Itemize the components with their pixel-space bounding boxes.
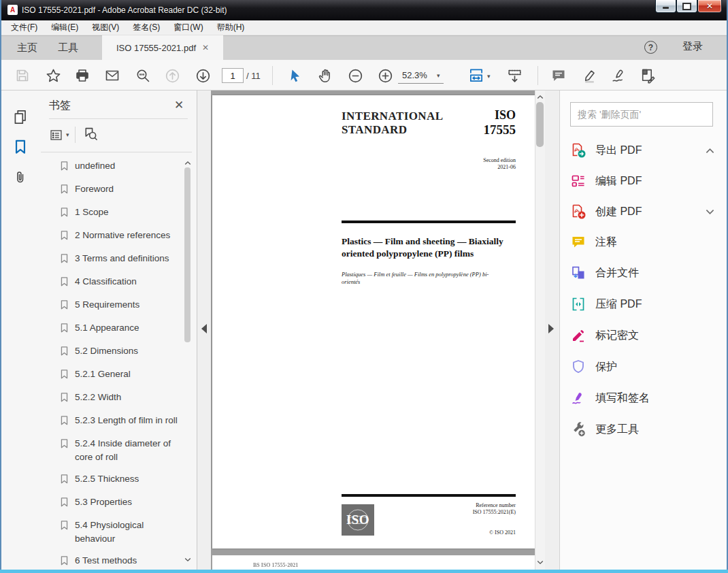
bookmark-item[interactable]: 5.2.4 Inside diameter of core of roll xyxy=(60,437,184,464)
search-icon xyxy=(135,67,151,84)
fit-width-button[interactable] xyxy=(467,66,486,85)
zoom-in-button[interactable] xyxy=(376,66,395,85)
tool-comment[interactable]: 注释 xyxy=(570,230,714,255)
bookmark-item[interactable]: Foreword xyxy=(60,182,184,197)
tab-tools[interactable]: 工具 xyxy=(50,35,86,60)
bookmark-item[interactable]: 3 Terms and definitions xyxy=(60,252,184,267)
bookmark-item[interactable]: 6 Test methods xyxy=(60,554,184,569)
page-display-button[interactable] xyxy=(505,66,524,85)
bookmark-item[interactable]: 5.2.2 Width xyxy=(60,391,184,406)
page-number-input[interactable] xyxy=(222,68,244,83)
minimize-button[interactable] xyxy=(655,0,676,13)
bookmark-item[interactable]: 5.2.5 Thickness xyxy=(60,472,184,487)
menu-edit[interactable]: 编辑(E) xyxy=(44,20,85,35)
attachments-button[interactable] xyxy=(11,168,30,187)
bookmark-item[interactable]: 1 Scope xyxy=(60,206,184,220)
bookmark-item[interactable]: 5.2.1 General xyxy=(60,367,184,382)
bookmarks-close-button[interactable]: ✕ xyxy=(171,97,186,112)
bookmark-item[interactable]: 5.2.3 Length of film in roll xyxy=(60,414,184,429)
bookmark-item[interactable]: 5.1 Appearance xyxy=(60,321,184,336)
bookmark-item[interactable]: 5.4 Physiological behaviour xyxy=(60,519,184,546)
hand-tool-button[interactable] xyxy=(316,66,335,85)
bookmarks-scroll-down-icon[interactable] xyxy=(183,555,193,563)
doc-standard-number: 17555 xyxy=(484,122,516,137)
login-button[interactable]: 登录 xyxy=(682,40,703,53)
pdf-page-2[interactable]: BS ISO 17555-2021 xyxy=(212,555,535,570)
bookmark-item[interactable]: 2 Normative references xyxy=(60,229,184,244)
star-icon xyxy=(45,67,62,84)
chevron-up-icon[interactable] xyxy=(706,148,714,154)
zoom-level-dropdown[interactable]: 52.3% ▾ xyxy=(398,67,444,84)
pdf-page-1[interactable]: INTERNATIONAL STANDARD ISO 17555 Second … xyxy=(212,95,535,549)
tool-more-tools[interactable]: 更多工具 xyxy=(570,417,714,442)
next-page-button[interactable] xyxy=(193,66,212,85)
attachments-icon xyxy=(12,169,29,186)
save-button[interactable] xyxy=(13,66,32,85)
bookmark-search-button[interactable] xyxy=(82,126,99,144)
stamp-edit-tool-button[interactable] xyxy=(638,66,657,85)
bookmark-icon xyxy=(60,252,69,267)
tool-export-pdf[interactable]: 导出 PDF xyxy=(570,138,714,163)
comment-tool-button[interactable] xyxy=(549,66,568,85)
bookmarks-panel-button[interactable] xyxy=(11,137,30,157)
tab-close-icon[interactable]: ✕ xyxy=(202,43,209,52)
collapse-left-panel-button[interactable] xyxy=(201,324,207,333)
email-button[interactable] xyxy=(103,66,122,85)
chevron-down-icon[interactable] xyxy=(706,209,714,215)
bookmarks-options-button[interactable]: ▾ xyxy=(49,127,72,143)
menu-file[interactable]: 文件(F) xyxy=(4,20,44,35)
tab-document[interactable]: ISO 17555-2021.pdf ✕ xyxy=(102,35,223,60)
tab-document-label: ISO 17555-2021.pdf xyxy=(116,43,196,53)
document-scroll-up-icon[interactable] xyxy=(535,93,545,101)
tool-redact[interactable]: 标记密文 xyxy=(570,323,714,348)
bookmark-item[interactable]: undefined xyxy=(60,159,184,174)
compress-pdf-icon xyxy=(570,296,586,312)
tool-combine-files[interactable]: 合并文件 xyxy=(570,261,714,285)
help-button[interactable]: ? xyxy=(644,41,657,54)
tool-edit-pdf[interactable]: 编辑 PDF xyxy=(570,169,714,193)
print-button[interactable] xyxy=(73,66,92,85)
bookmarks-scroll-up-icon[interactable] xyxy=(183,159,193,167)
zoom-out-button[interactable] xyxy=(346,66,365,85)
tool-compress-pdf[interactable]: 压缩 PDF xyxy=(570,292,714,316)
fit-width-icon xyxy=(467,67,485,84)
close-button[interactable]: ✕ xyxy=(697,0,722,13)
document-scroll-down-icon[interactable] xyxy=(535,558,545,566)
select-tool-button[interactable] xyxy=(286,66,305,85)
highlight-tool-button[interactable] xyxy=(580,66,599,85)
document-scrollbar-thumb[interactable] xyxy=(536,102,544,147)
bookmark-item[interactable]: 5 Requirements xyxy=(60,298,184,313)
menu-window[interactable]: 窗口(W) xyxy=(167,20,210,35)
combine-files-icon xyxy=(570,265,586,281)
fill-sign-tool-button[interactable] xyxy=(609,66,628,85)
bookmark-icon xyxy=(60,275,69,290)
menu-sign[interactable]: 签名(S) xyxy=(126,20,167,35)
page-down-icon xyxy=(195,67,212,84)
tab-home[interactable]: 主页 xyxy=(10,35,45,60)
bookmarks-scrollbar[interactable] xyxy=(184,167,191,342)
tools-search-input[interactable] xyxy=(570,102,713,127)
iso-logo-text: ISO xyxy=(346,512,369,527)
left-rail xyxy=(1,91,41,570)
page-display-icon xyxy=(506,67,523,84)
tool-create-pdf[interactable]: 创建 PDF xyxy=(570,199,714,224)
menu-help[interactable]: 帮助(H) xyxy=(210,20,252,35)
doc-title-fr: Plastiques — Film et feuille — Films en … xyxy=(342,271,501,285)
export-pdf-icon xyxy=(570,142,586,159)
tool-fill-sign[interactable]: 填写和签名 xyxy=(570,386,714,410)
star-button[interactable] xyxy=(44,66,63,85)
chevron-down-icon[interactable]: ▾ xyxy=(487,73,491,80)
maximize-button[interactable] xyxy=(676,0,697,13)
bookmark-icon xyxy=(60,391,69,406)
menu-view[interactable]: 视图(V) xyxy=(85,20,126,35)
bookmark-item[interactable]: 5.2 Dimensions xyxy=(60,344,184,359)
expand-right-panel-button[interactable] xyxy=(548,324,554,333)
bookmark-item[interactable]: 5.3 Properties xyxy=(60,495,184,510)
page-thumbnails-icon xyxy=(12,108,29,126)
find-button[interactable] xyxy=(133,66,152,85)
tool-protect[interactable]: 保护 xyxy=(570,355,714,379)
document-scrollbar-track[interactable] xyxy=(535,91,545,570)
page-thumbnails-button[interactable] xyxy=(11,108,30,127)
bookmark-item[interactable]: 4 Classification xyxy=(60,275,184,290)
tool-label: 注释 xyxy=(595,235,714,250)
